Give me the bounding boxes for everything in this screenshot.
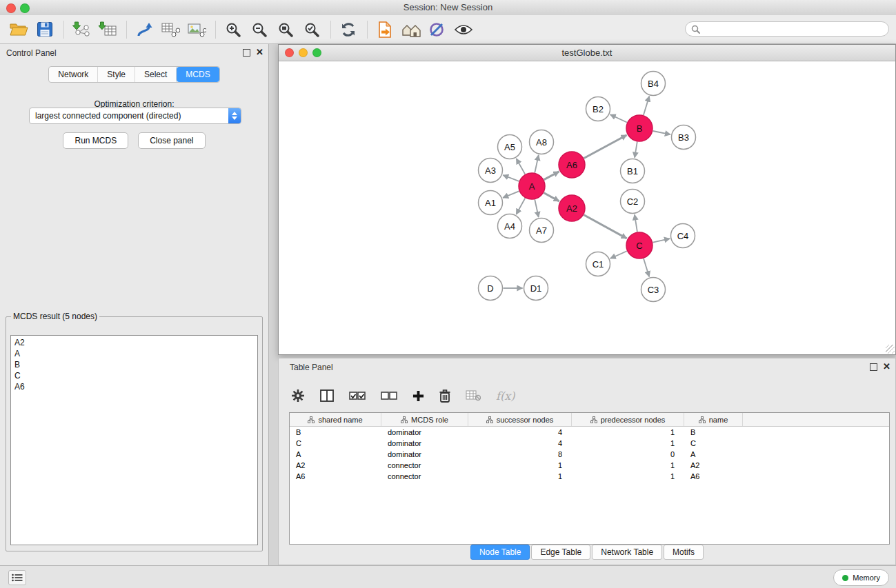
graph-edge-C-C1[interactable]: [610, 251, 627, 258]
zoom-out-button[interactable]: [249, 18, 270, 41]
tab-edge-table[interactable]: Edge Table: [531, 545, 590, 560]
graph-edge-C-C3[interactable]: [644, 258, 649, 276]
memory-button[interactable]: Memory: [833, 569, 889, 586]
graph-edge-A-A4[interactable]: [516, 199, 525, 214]
annotation-button[interactable]: [427, 18, 448, 41]
network-canvas[interactable]: B4B2BB3A5A8A6A3B1AA1C2A2A4A7CC4C1C3DD1: [279, 61, 895, 354]
graph-node-C2[interactable]: C2: [621, 190, 645, 214]
open-session-button[interactable]: [8, 18, 29, 41]
add-column-button[interactable]: [412, 390, 424, 402]
select-all-button[interactable]: [349, 392, 366, 401]
delete-table-button[interactable]: [466, 390, 481, 401]
float-panel-icon[interactable]: [870, 363, 877, 371]
search-input[interactable]: [704, 23, 883, 34]
tab-network-table[interactable]: Network Table: [592, 545, 662, 560]
criterion-dropdown[interactable]: largest connected component (directed): [29, 108, 241, 124]
run-mcds-button[interactable]: Run MCDS: [63, 132, 128, 149]
table-row[interactable]: B dominator 4 1 B: [290, 427, 889, 438]
zoom-selected-button[interactable]: [301, 18, 322, 41]
graph-edge-A-A5[interactable]: [517, 159, 526, 174]
column-header-shared-name[interactable]: shared name: [290, 413, 381, 426]
graph-edge-A-A3[interactable]: [503, 175, 519, 181]
table-row[interactable]: A dominator 8 0 A: [290, 449, 889, 460]
table-row[interactable]: A6 connector 1 1 A6: [290, 471, 889, 482]
graph-edge-A-A6[interactable]: [544, 172, 559, 180]
document-button[interactable]: [375, 18, 395, 41]
graph-edge-B-B1[interactable]: [635, 142, 637, 158]
show-columns-button[interactable]: [320, 389, 334, 402]
close-window-button[interactable]: [6, 3, 16, 13]
graph-node-A6[interactable]: A6: [559, 152, 585, 178]
window-resize-grip[interactable]: [886, 345, 895, 354]
graph-node-A5[interactable]: A5: [498, 135, 522, 159]
close-panel-icon[interactable]: ✕: [883, 362, 890, 372]
graph-edge-A-A8[interactable]: [535, 155, 539, 173]
graph-node-A7[interactable]: A7: [530, 219, 554, 243]
deselect-all-button[interactable]: [381, 392, 397, 401]
graph-edge-B-B3[interactable]: [653, 131, 670, 134]
refresh-button[interactable]: [338, 18, 359, 41]
network-minimize-button[interactable]: [299, 48, 308, 57]
network-close-button[interactable]: [285, 48, 294, 57]
network-graph[interactable]: B4B2BB3A5A8A6A3B1AA1C2A2A4A7CC4C1C3DD1: [279, 61, 895, 354]
zoom-window-button[interactable]: [20, 3, 30, 13]
list-item[interactable]: A2: [14, 337, 254, 348]
graph-edge-A-A2[interactable]: [544, 193, 559, 201]
graph-node-D[interactable]: D: [479, 276, 503, 301]
graph-node-B3[interactable]: B3: [672, 125, 696, 150]
graph-node-A8[interactable]: A8: [530, 130, 554, 154]
graph-edge-C-C4[interactable]: [653, 239, 670, 243]
graph-edge-A-A7[interactable]: [535, 200, 539, 218]
table-row[interactable]: C dominator 4 1 C: [290, 438, 889, 449]
graph-node-A2[interactable]: A2: [559, 195, 585, 221]
column-header-name[interactable]: name: [684, 413, 743, 426]
function-builder-button[interactable]: f(x): [496, 389, 515, 403]
window-titlebar[interactable]: Session: New Session: [0, 0, 896, 16]
graph-node-C3[interactable]: C3: [641, 278, 666, 302]
graph-edge-B-B2[interactable]: [610, 114, 627, 122]
tab-mcds[interactable]: MCDS: [177, 67, 219, 82]
close-panel-button[interactable]: Close panel: [138, 132, 205, 149]
import-table-button[interactable]: [97, 18, 118, 41]
node-table[interactable]: shared name MCDS role successor nodes pr…: [289, 412, 890, 545]
show-hide-button[interactable]: [453, 18, 474, 41]
network-table-button[interactable]: [160, 18, 181, 41]
graph-node-B[interactable]: B: [626, 115, 653, 141]
list-item[interactable]: A6: [14, 381, 254, 392]
graph-node-A[interactable]: A: [519, 173, 545, 199]
mcds-result-list[interactable]: A2 A B C A6: [10, 335, 258, 545]
graph-node-B1[interactable]: B1: [621, 159, 645, 183]
table-row[interactable]: A2 connector 1 1 A2: [290, 460, 889, 471]
column-header-predecessor-nodes[interactable]: predecessor nodes: [572, 413, 684, 426]
table-settings-button[interactable]: [291, 389, 305, 403]
zoom-fit-button[interactable]: [275, 18, 296, 41]
list-item[interactable]: A: [14, 348, 254, 359]
export-image-button[interactable]: [186, 18, 207, 41]
network-window-titlebar[interactable]: testGlobe.txt: [279, 45, 895, 61]
tab-style[interactable]: Style: [98, 67, 135, 82]
task-history-button[interactable]: [8, 570, 26, 585]
import-network-button[interactable]: [71, 18, 92, 41]
graph-node-C1[interactable]: C1: [586, 252, 610, 276]
graph-edge-B-B4[interactable]: [644, 97, 649, 115]
list-item[interactable]: C: [14, 370, 254, 381]
column-header-mcds-role[interactable]: MCDS role: [381, 413, 468, 426]
graph-node-A1[interactable]: A1: [479, 191, 503, 215]
home-button[interactable]: [401, 18, 421, 41]
delete-column-button[interactable]: [439, 389, 450, 403]
graph-edge-C-C2[interactable]: [635, 214, 637, 232]
graph-node-A4[interactable]: A4: [498, 214, 522, 239]
network-zoom-button[interactable]: [312, 48, 321, 57]
tab-network[interactable]: Network: [49, 67, 98, 82]
graph-node-B2[interactable]: B2: [586, 97, 610, 121]
graph-edge-A6-B[interactable]: [584, 135, 627, 159]
float-panel-icon[interactable]: [243, 49, 250, 57]
tab-select[interactable]: Select: [135, 67, 177, 82]
zoom-in-button[interactable]: [223, 18, 243, 41]
graph-node-B4[interactable]: B4: [641, 72, 666, 96]
graph-node-A3[interactable]: A3: [479, 159, 503, 183]
apply-layout-button[interactable]: [134, 18, 155, 41]
save-session-button[interactable]: [34, 18, 55, 41]
graph-edge-A2-C[interactable]: [584, 215, 627, 239]
list-item[interactable]: B: [14, 359, 254, 370]
